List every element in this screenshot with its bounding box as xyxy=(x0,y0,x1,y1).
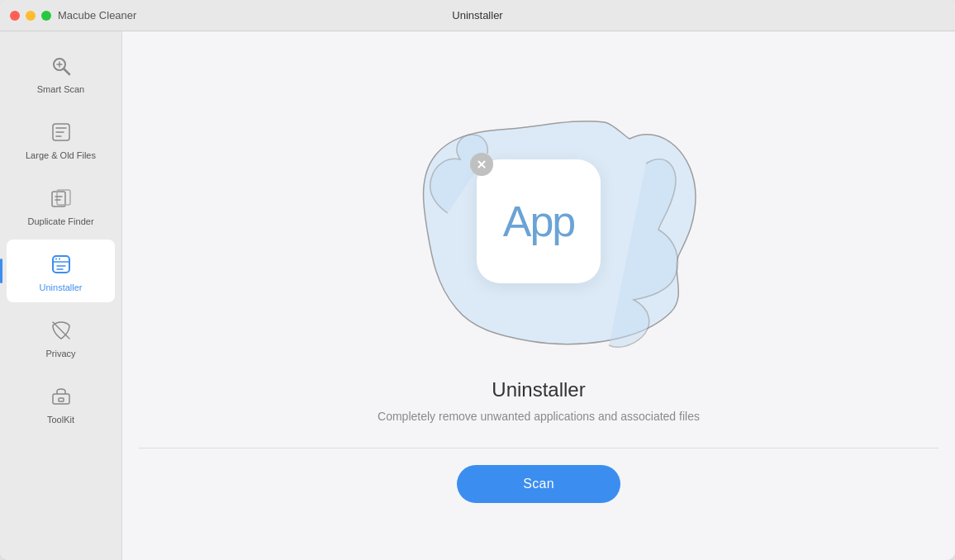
sidebar-label-duplicate-finder: Duplicate Finder xyxy=(27,216,93,226)
sidebar-label-privacy: Privacy xyxy=(45,349,75,358)
minimize-button[interactable] xyxy=(26,11,36,21)
svg-rect-8 xyxy=(53,394,69,404)
main-content: Smart Scan Large & Old Files xyxy=(0,31,955,560)
uninstaller-icon xyxy=(46,249,76,279)
large-old-files-icon xyxy=(46,117,76,147)
traffic-lights xyxy=(10,11,51,21)
svg-point-6 xyxy=(59,259,60,260)
sidebar-item-large-old-files[interactable]: Large & Old Files xyxy=(7,107,115,170)
svg-point-5 xyxy=(55,259,57,260)
smart-scan-icon xyxy=(46,51,76,81)
content-area: App Uninstaller Completely remove unwant… xyxy=(122,31,955,560)
privacy-icon xyxy=(46,316,76,345)
app-icon-badge xyxy=(470,153,493,176)
app-title: Macube Cleaner xyxy=(58,9,136,21)
svg-rect-9 xyxy=(59,398,64,401)
sidebar: Smart Scan Large & Old Files xyxy=(0,31,122,560)
sidebar-item-toolkit[interactable]: ToolKit xyxy=(7,372,115,434)
sidebar-label-smart-scan: Smart Scan xyxy=(37,84,84,94)
feature-description: Completely remove unwanted applications … xyxy=(378,410,700,423)
content-divider xyxy=(139,448,938,448)
sidebar-label-large-old-files: Large & Old Files xyxy=(26,150,96,160)
toolkit-icon xyxy=(46,382,76,411)
scan-button[interactable]: Scan xyxy=(457,465,620,503)
sidebar-item-smart-scan[interactable]: Smart Scan xyxy=(7,41,115,104)
sidebar-item-uninstaller[interactable]: Uninstaller xyxy=(7,240,115,302)
app-window: Macube Cleaner Uninstaller Smart Scan xyxy=(0,0,955,560)
app-icon-text: App xyxy=(503,197,575,246)
maximize-button[interactable] xyxy=(41,11,51,21)
title-bar: Macube Cleaner Uninstaller xyxy=(0,0,955,31)
title-bar-center: Uninstaller xyxy=(452,9,502,21)
duplicate-finder-icon xyxy=(46,183,76,213)
sidebar-item-duplicate-finder[interactable]: Duplicate Finder xyxy=(7,173,115,236)
sidebar-label-toolkit: ToolKit xyxy=(47,415,74,425)
sidebar-item-privacy[interactable]: Privacy xyxy=(7,306,115,368)
svg-line-7 xyxy=(53,322,69,339)
close-button[interactable] xyxy=(10,11,20,21)
feature-title: Uninstaller xyxy=(492,378,585,401)
illustration-wrapper: App xyxy=(365,89,712,354)
app-icon-card: App xyxy=(477,159,601,283)
sidebar-label-uninstaller: Uninstaller xyxy=(40,282,83,292)
svg-rect-4 xyxy=(53,256,69,273)
